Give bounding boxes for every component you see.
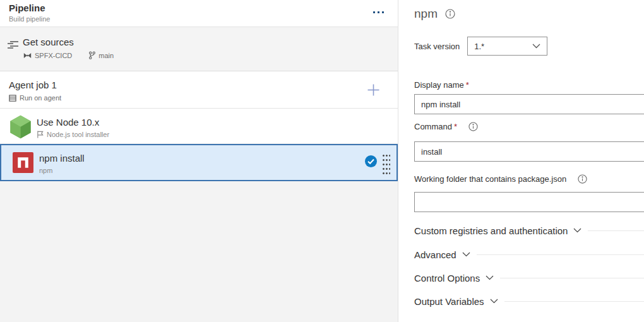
task-settings-panel: npm Task version 1.* Display name* bbox=[398, 0, 644, 322]
task-settings-title: npm bbox=[414, 7, 438, 21]
pipeline-tasks-panel: Pipeline Build pipeline Get sources bbox=[0, 0, 398, 322]
task-title: npm install bbox=[39, 153, 85, 164]
section-divider bbox=[500, 278, 644, 278]
pipeline-subtitle: Build pipeline bbox=[9, 15, 50, 23]
npm-icon bbox=[13, 152, 33, 173]
agent-job-title: Agent job 1 bbox=[9, 80, 57, 90]
pipeline-title: Pipeline bbox=[9, 3, 45, 13]
chevron-down-icon bbox=[462, 252, 470, 257]
section-advanced[interactable]: Advanced bbox=[414, 247, 644, 262]
agent-icon bbox=[9, 95, 16, 102]
task-version-row: Task version 1.* bbox=[414, 37, 547, 56]
task-version-label: Task version bbox=[414, 42, 460, 51]
task-selected-check-icon bbox=[365, 155, 377, 167]
task-subtitle-row: Node.js tool installer bbox=[37, 131, 109, 138]
ellipsis-icon bbox=[373, 11, 375, 13]
nodejs-icon bbox=[9, 115, 32, 139]
get-sources-title: Get sources bbox=[23, 37, 74, 47]
display-name-label: Display name* bbox=[414, 80, 469, 90]
section-divider bbox=[477, 254, 644, 255]
display-name-input[interactable] bbox=[414, 94, 644, 114]
pipeline-header: Pipeline Build pipeline bbox=[0, 0, 398, 27]
working-folder-label-row: Working folder that contains package.jso… bbox=[414, 174, 587, 184]
info-icon[interactable] bbox=[578, 174, 587, 184]
section-divider bbox=[504, 301, 644, 302]
info-icon[interactable] bbox=[445, 9, 455, 19]
task-version-value: 1.* bbox=[474, 42, 532, 51]
agent-job-row[interactable]: Agent job 1 Run on agent bbox=[0, 71, 398, 109]
task-subtitle-row: npm bbox=[39, 167, 52, 174]
command-input[interactable] bbox=[414, 141, 644, 162]
task-title: Use Node 10.x bbox=[37, 117, 99, 128]
flag-icon bbox=[37, 131, 44, 138]
info-icon[interactable] bbox=[468, 122, 478, 131]
chevron-down-icon bbox=[486, 275, 494, 280]
plus-icon bbox=[367, 83, 380, 97]
section-custom-registries[interactable]: Custom registries and authentication bbox=[414, 223, 644, 238]
chevron-down-icon bbox=[532, 44, 540, 49]
working-folder-input[interactable] bbox=[414, 192, 644, 212]
display-name-label-row: Display name* bbox=[414, 80, 469, 90]
chevron-down-icon bbox=[573, 228, 581, 233]
command-label-row: Command* bbox=[414, 122, 478, 131]
drag-handle[interactable] bbox=[381, 153, 390, 177]
task-row-npm-install[interactable]: npm install npm bbox=[0, 144, 398, 181]
branch-name: main bbox=[98, 52, 114, 59]
get-sources-icon bbox=[7, 40, 19, 51]
required-marker: * bbox=[466, 80, 469, 90]
working-folder-label: Working folder that contains package.jso… bbox=[414, 174, 566, 184]
section-divider bbox=[588, 230, 644, 231]
section-output-variables[interactable]: Output Variables bbox=[414, 294, 644, 309]
pipeline-editor: Pipeline Build pipeline Get sources bbox=[0, 0, 644, 322]
branch-icon bbox=[88, 51, 95, 59]
task-row-use-node[interactable]: Use Node 10.x Node.js tool installer bbox=[0, 109, 398, 144]
agent-job-meta: Run on agent bbox=[9, 94, 61, 102]
branch-item: main bbox=[88, 51, 114, 59]
task-subtitle: Node.js tool installer bbox=[47, 131, 109, 138]
task-subtitle: npm bbox=[39, 167, 52, 174]
add-task-button[interactable] bbox=[366, 83, 380, 97]
command-label: Command* bbox=[414, 122, 457, 131]
section-control-options[interactable]: Control Options bbox=[414, 270, 644, 285]
more-options-button[interactable] bbox=[370, 8, 386, 16]
agent-job-subtitle: Run on agent bbox=[20, 94, 61, 102]
get-sources-row[interactable]: Get sources SPFX-CICD bbox=[0, 27, 398, 71]
get-sources-meta: SPFX-CICD main bbox=[23, 51, 114, 59]
task-version-dropdown[interactable]: 1.* bbox=[467, 37, 547, 56]
repo-icon bbox=[23, 52, 32, 59]
chevron-down-icon bbox=[490, 299, 498, 304]
task-settings-header: npm bbox=[414, 7, 455, 21]
repo-item: SPFX-CICD bbox=[23, 51, 72, 59]
repo-name: SPFX-CICD bbox=[35, 52, 72, 59]
required-marker: * bbox=[454, 122, 457, 131]
